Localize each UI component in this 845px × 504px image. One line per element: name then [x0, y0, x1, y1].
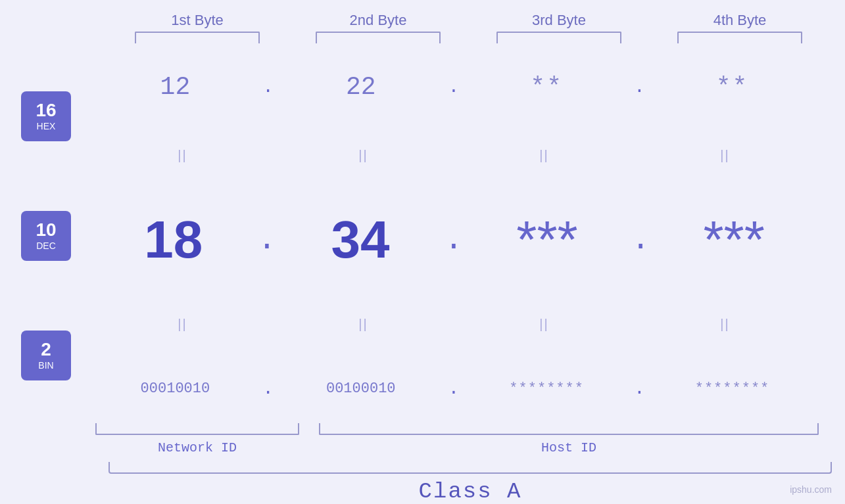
host-id-label: Host ID [319, 440, 819, 455]
dec-value-1: 18 [144, 210, 203, 270]
class-label: Class A [109, 479, 832, 504]
dec-value-4: *** [703, 214, 764, 266]
top-bracket-1 [135, 32, 260, 43]
eq-4: || [653, 148, 798, 163]
dec-row: 18 . 34 . *** . *** [92, 210, 815, 270]
dec-base-number: 10 [36, 221, 56, 239]
dec-byte-1: 18 [101, 210, 246, 270]
bin-base-label: BIN [38, 360, 53, 371]
dec-value-3: *** [516, 214, 577, 266]
bottom-labels: Network ID Host ID [95, 440, 845, 455]
bin-badge: 2 BIN [21, 331, 71, 380]
top-brackets [107, 32, 831, 43]
hex-byte-4: ** [660, 73, 805, 101]
hex-value-4: ** [716, 73, 749, 101]
equals-row-1: || || || || [92, 148, 815, 163]
bin-value-2: 00100010 [326, 380, 396, 397]
hex-dot-3: . [634, 77, 645, 97]
byte-header-2: 2nd Byte [306, 12, 450, 29]
main-container: 1st Byte 2nd Byte 3rd Byte 4th Byte 16 H… [0, 0, 845, 504]
dec-byte-3: *** [475, 214, 619, 266]
main-grid: 16 HEX 10 DEC 2 BIN 12 . 22 [0, 50, 845, 422]
full-bracket [109, 462, 832, 474]
hex-base-number: 16 [36, 101, 56, 120]
bin-byte-1: 00010010 [103, 380, 247, 397]
eq2-1: || [110, 317, 255, 332]
hex-value-3: ** [530, 73, 563, 101]
byte-header-1: 1st Byte [125, 12, 270, 29]
eq-1: || [110, 148, 255, 163]
dec-byte-4: *** [662, 214, 806, 266]
bin-value-4: ******** [695, 380, 770, 397]
dec-dot-3: . [631, 222, 650, 258]
equals-row-2: || || || || [92, 317, 815, 332]
hex-byte-1: 12 [103, 73, 247, 101]
hex-value-2: 22 [346, 73, 376, 101]
hex-badge: 16 HEX [21, 91, 71, 141]
eq-3: || [472, 148, 617, 163]
dec-dot-1: . [257, 222, 276, 258]
hex-dot-1: . [262, 77, 274, 97]
bottom-brackets [95, 423, 819, 435]
hex-value-1: 12 [160, 73, 191, 101]
eq2-2: || [291, 317, 436, 332]
dec-badge: 10 DEC [21, 211, 71, 261]
hex-byte-3: ** [474, 73, 619, 101]
bin-value-1: 00010010 [141, 380, 210, 397]
dec-base-label: DEC [36, 241, 56, 251]
top-bracket-2 [316, 32, 441, 43]
host-bracket [319, 423, 819, 435]
network-bracket [95, 423, 299, 435]
network-id-label: Network ID [95, 440, 299, 455]
top-bracket-3 [496, 32, 621, 43]
bottom-section: Network ID Host ID [95, 423, 845, 455]
bin-dot-2: . [448, 378, 460, 399]
bin-dot-3: . [634, 378, 645, 399]
labels-column: 16 HEX 10 DEC 2 BIN [0, 50, 92, 422]
bin-row: 00010010 . 00100010 . ******** . *******… [92, 378, 815, 399]
top-bracket-4 [677, 32, 802, 43]
byte-header-3: 3rd Byte [487, 12, 631, 29]
hex-base-label: HEX [37, 121, 56, 131]
bin-dot-1: . [262, 378, 274, 399]
bin-byte-3: ******** [474, 380, 619, 397]
eq-2: || [291, 148, 436, 163]
hex-dot-2: . [448, 77, 460, 97]
dec-dot-2: . [445, 222, 464, 258]
bytes-content: 12 . 22 . ** . ** || || || || [92, 50, 845, 422]
full-bottom: Class A [109, 462, 832, 504]
hex-byte-2: 22 [289, 73, 433, 101]
hex-row: 12 . 22 . ** . ** [92, 73, 815, 101]
bin-base-number: 2 [41, 340, 51, 359]
eq2-4: || [653, 317, 798, 332]
byte-headers-row: 1st Byte 2nd Byte 3rd Byte 4th Byte [107, 0, 831, 29]
bin-byte-4: ******** [660, 380, 805, 397]
bin-byte-2: 00100010 [289, 380, 433, 397]
dec-byte-2: 34 [288, 210, 433, 270]
bin-value-3: ******** [509, 380, 584, 397]
dec-value-2: 34 [331, 210, 389, 270]
byte-header-4: 4th Byte [667, 12, 812, 29]
watermark: ipshu.com [790, 484, 832, 495]
eq2-3: || [472, 317, 617, 332]
